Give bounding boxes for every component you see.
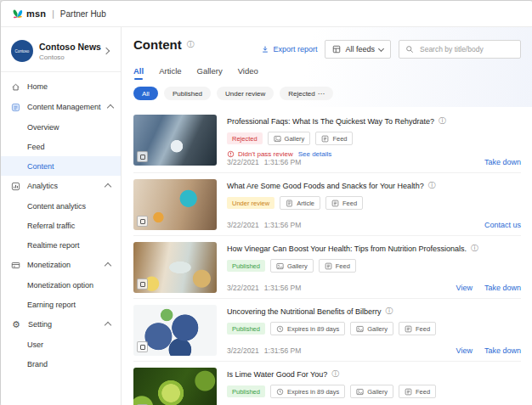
error-info-icon [227,150,235,158]
search-input[interactable] [418,44,514,54]
sidebar-item-monetization[interactable]: Monetization [1,255,121,275]
article-thumbnail[interactable] [133,115,217,166]
sidebar-item-overview[interactable]: Overview [1,117,121,137]
tab-article[interactable]: Article [159,66,181,81]
chevron-up-icon [105,322,111,329]
sidebar-item-analytics[interactable]: Analytics [1,176,121,196]
monetization-icon [11,261,20,270]
info-icon[interactable]: ⓘ [428,180,436,191]
search-box [399,40,521,59]
article-title: Is Lime Water Good For You? [227,370,327,379]
tab-gallery[interactable]: Gallery [197,66,223,81]
content-type-tag: Gallery [350,385,393,398]
article-thumbnail[interactable] [133,305,217,356]
content-type-tag: Gallery [268,132,311,145]
content-list: Professional Faqs: What Is The Quickest … [122,107,532,405]
content-row: How Vinegar Can Boost Your Health: Tips … [133,236,521,299]
export-report-button[interactable]: Export report [261,45,317,53]
content-type-tag: Feed [399,322,436,335]
publish-timestamp: 3/22/2021 1:31:56 PM [227,158,301,166]
filter-rejected[interactable]: Rejected ⋯ [280,87,333,100]
partner-hub-window: msn | Partner Hub Contoso Contoso News C… [0,0,532,405]
feed-icon [325,262,332,270]
take-down-link[interactable]: Take down [484,158,521,166]
article-title: How Vinegar Can Boost Your Health: Tips … [227,245,467,253]
article-thumbnail[interactable] [133,368,217,405]
article-title: What Are Some Good Foods and Snacks for … [227,182,424,190]
sidebar-item-content-management[interactable]: Content Management [1,97,121,117]
view-link[interactable]: View [456,284,473,292]
brand-product: Partner Hub [60,9,106,19]
gallery-badge-icon [137,278,148,290]
sidebar-item-brand[interactable]: Brand [1,354,121,374]
content-type-tag: Feed [399,385,436,398]
contact-us-link[interactable]: Contact us [484,221,521,229]
publisher-subtitle: Contoso [39,53,98,61]
page-title: Content ⓘ [133,37,195,52]
article-title: Professional Faqs: What Is The Quickest … [227,117,434,126]
sidebar-item-referral-traffic[interactable]: Referral traffic [1,216,121,235]
tab-video[interactable]: Video [238,66,258,81]
sidebar-nav: Home Content Management Overview Feed Co… [1,76,121,374]
main-content: Content ⓘ Export report [122,27,532,405]
info-icon[interactable]: ⓘ [331,368,339,380]
clock-icon [276,325,284,333]
brand-separator: | [52,9,54,19]
msn-partner-hub-logo[interactable]: msn | Partner Hub [12,8,106,19]
msn-butterfly-icon [12,8,23,19]
status-badge: Published [227,323,265,335]
more-icon: ⋯ [318,90,325,98]
see-details-link[interactable]: See details [298,150,332,158]
content-row: What Are Some Good Foods and Snacks for … [133,173,521,236]
gallery-icon [274,135,281,143]
take-down-link[interactable]: Take down [484,346,521,355]
status-badge: Under review [227,197,274,209]
sidebar-item-content-analytics[interactable]: Content analytics [1,196,121,216]
filter-published[interactable]: Published [164,87,211,100]
content-type-tag: Feed [325,196,363,210]
clock-icon [276,388,284,396]
publish-timestamp: 3/22/2021 1:31:56 PM [227,346,301,355]
publisher-switcher[interactable]: Contoso Contoso News Contoso [1,34,121,71]
expires-tag: Expires in 89 days [270,385,345,398]
sidebar-item-home[interactable]: Home [1,76,121,97]
feeds-filter-dropdown[interactable]: All feeds [325,40,391,59]
content-management-icon [11,103,20,112]
take-down-link[interactable]: Take down [484,284,521,292]
sidebar-item-monetization-option[interactable]: Monetization option [1,275,121,295]
status-badge: Published [227,385,265,397]
brand-msn: msn [26,8,46,19]
tab-all[interactable]: All [133,66,144,81]
analytics-icon [11,182,20,191]
sidebar-item-setting[interactable]: ⚙ Setting [1,314,121,335]
search-icon [405,45,414,53]
article-thumbnail[interactable] [133,242,217,293]
info-icon[interactable]: ⓘ [386,306,393,317]
gallery-icon [356,388,364,396]
sidebar-item-feed[interactable]: Feed [1,137,121,156]
info-icon[interactable]: ⓘ [471,243,478,254]
sidebar-item-earning-report[interactable]: Earning report [1,295,121,314]
article-thumbnail[interactable] [133,179,217,230]
chevron-right-icon [103,48,110,54]
content-row: Uncovering the Nutritional Benefits of B… [133,299,521,362]
chevron-up-icon [106,104,113,111]
filter-under-review[interactable]: Under review [217,87,274,100]
info-icon[interactable]: ⓘ [439,115,446,127]
info-icon[interactable]: ⓘ [187,39,195,50]
review-note: Didn't pass review See details [227,150,521,158]
view-link[interactable]: View [456,346,473,355]
gallery-badge-icon [137,151,148,162]
publisher-avatar: Contoso [11,40,33,62]
sidebar-item-realtime-report[interactable]: Realtime report [1,235,121,255]
filter-all[interactable]: All [133,87,158,100]
download-icon [261,45,269,53]
article-icon [286,200,293,207]
article-title: Uncovering the Nutritional Benefits of B… [227,307,382,316]
content-type-tag: Feed [319,259,356,273]
publish-timestamp: 3/22/2021 1:31:56 PM [227,284,301,292]
sidebar-item-content[interactable]: Content [1,156,121,176]
top-bar: msn | Partner Hub [1,1,532,27]
content-type-tabs: All Article Gallery Video [133,66,521,81]
sidebar-item-user[interactable]: User [1,335,121,354]
